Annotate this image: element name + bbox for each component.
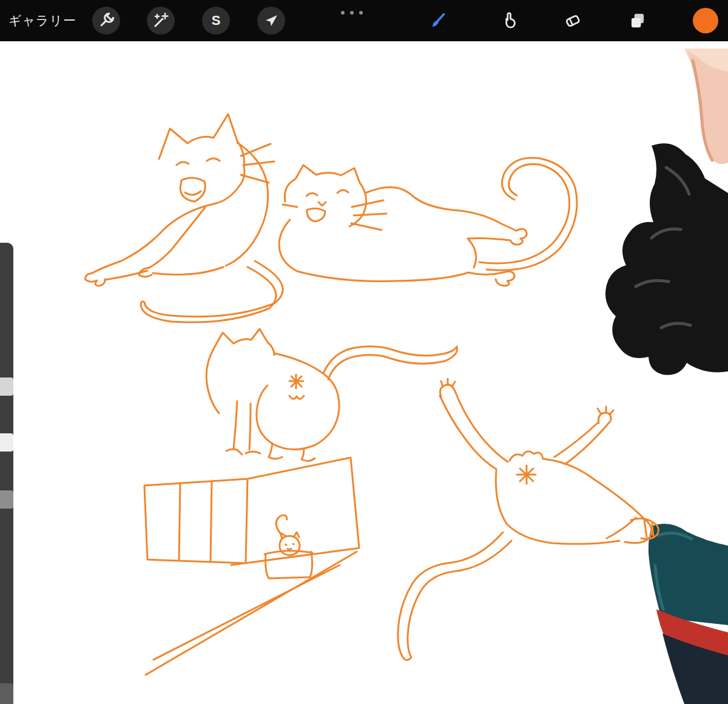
ellipsis-dot — [350, 11, 354, 15]
modify-button[interactable] — [0, 433, 13, 452]
reference-painting — [605, 49, 728, 704]
smudge-tool-button[interactable] — [497, 8, 522, 33]
actions-button[interactable] — [92, 7, 120, 35]
erase-tool-button[interactable] — [561, 8, 585, 33]
opacity-slider[interactable] — [0, 490, 13, 509]
gallery-button[interactable]: ギャラリー — [8, 0, 76, 41]
sketch-box-with-kitten — [144, 458, 359, 675]
ellipsis-dot — [341, 11, 345, 15]
drawing-canvas[interactable] — [0, 0, 728, 704]
paint-tool-button[interactable] — [426, 8, 450, 33]
top-toolbar: ギャラリー S — [0, 0, 728, 41]
arrow-icon — [261, 11, 281, 30]
smudge-icon — [499, 10, 520, 31]
teal-shoe — [649, 524, 728, 625]
canvas-artwork — [0, 0, 728, 704]
wrench-icon — [96, 11, 116, 30]
sketch-cat-yawning — [86, 114, 283, 322]
magic-wand-icon — [151, 11, 170, 30]
color-swatch-button[interactable] — [692, 7, 719, 34]
adjustments-button[interactable] — [147, 7, 175, 35]
black-bow — [605, 143, 728, 375]
sketch-cat-rolling — [398, 379, 659, 660]
ellipsis-icon[interactable] — [341, 11, 363, 15]
brush-size-slider[interactable] — [0, 377, 13, 396]
transform-button[interactable] — [257, 7, 285, 35]
layers-icon — [627, 10, 648, 31]
ellipsis-dot — [359, 11, 363, 15]
sketch-cat-from-behind — [206, 329, 457, 461]
selection-button[interactable]: S — [202, 7, 230, 35]
s-glyph-icon: S — [212, 13, 221, 29]
brush-icon — [428, 10, 448, 31]
sketch-cat-lying-back — [279, 158, 577, 286]
layers-button[interactable] — [625, 8, 650, 33]
sketch-cats — [86, 114, 659, 675]
sidebar — [0, 243, 13, 704]
eraser-icon — [562, 10, 583, 31]
undo-redo-button[interactable] — [0, 683, 13, 704]
color-swatch — [692, 7, 719, 34]
